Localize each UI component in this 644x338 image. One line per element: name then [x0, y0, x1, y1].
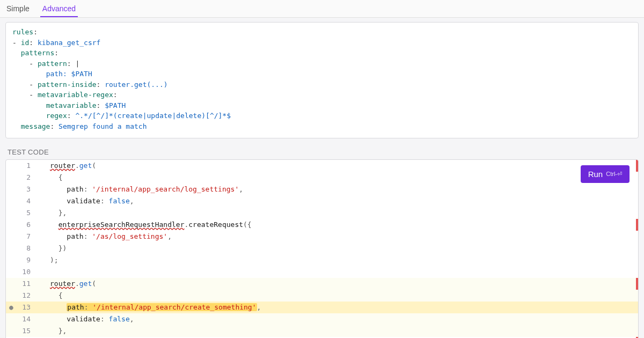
mode-tabs: Simple Advanced: [0, 0, 644, 18]
test-code-label: TEST CODE: [8, 148, 636, 156]
rules-editor[interactable]: rules: - id: kibana_get_csrf patterns: -…: [5, 22, 639, 138]
breakpoint-marker[interactable]: ●: [6, 302, 17, 313]
test-code-editor[interactable]: Run Ctrl-⏎ 1router.get( 2 { 3 path: '/in…: [5, 159, 639, 338]
tab-advanced[interactable]: Advanced: [40, 0, 78, 17]
tab-simple[interactable]: Simple: [4, 0, 32, 17]
